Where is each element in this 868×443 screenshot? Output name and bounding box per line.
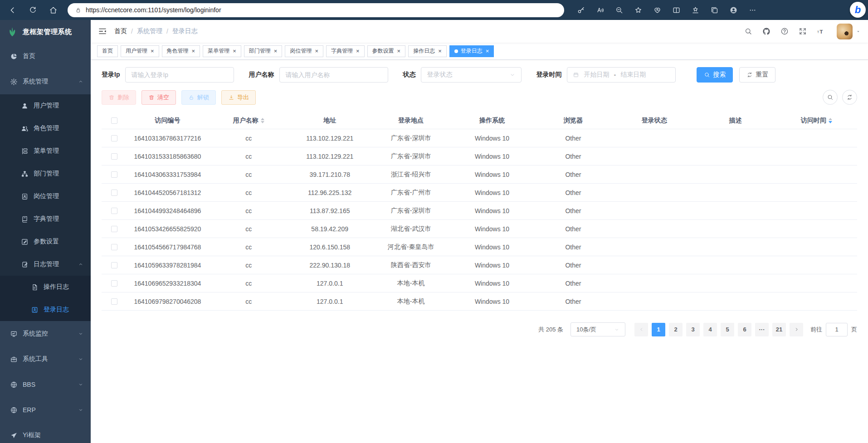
tab-user[interactable]: 用户管理× (121, 45, 159, 57)
row-checkbox[interactable] (111, 262, 117, 268)
row-checkbox[interactable] (111, 280, 117, 287)
goto-page-input[interactable] (826, 323, 848, 336)
column-header[interactable]: 访问时间 (776, 117, 857, 125)
sidebar-toggle-icon[interactable] (98, 27, 107, 36)
login-ip-input[interactable] (125, 67, 234, 83)
tab-close-icon[interactable]: × (151, 48, 154, 54)
sort-caret-icon[interactable] (261, 118, 264, 123)
site-lock-icon (75, 7, 82, 14)
fullscreen-icon[interactable] (799, 27, 807, 35)
help-icon[interactable] (780, 27, 789, 35)
tab-role[interactable]: 角色管理× (162, 45, 200, 57)
sidebar-item-post[interactable]: 岗位管理 (0, 185, 91, 208)
sidebar-item-tools[interactable]: 系统工具 (0, 346, 91, 372)
zoom-out-icon[interactable] (615, 6, 624, 15)
user-name-input[interactable] (279, 67, 388, 83)
page-button-6[interactable]: 6 (738, 323, 751, 336)
sidebar-item-erp[interactable]: ERP (0, 397, 91, 423)
browser-essentials-icon[interactable] (653, 6, 662, 15)
row-checkbox[interactable] (111, 171, 117, 178)
tab-close-icon[interactable]: × (486, 48, 489, 54)
tab-close-icon[interactable]: × (356, 48, 360, 54)
page-button-1[interactable]: 1 (652, 323, 665, 336)
row-checkbox[interactable] (111, 208, 117, 214)
sidebar-item-log[interactable]: 日志管理 (0, 253, 91, 276)
select-all-checkbox[interactable] (111, 117, 117, 124)
tab-oplog[interactable]: 操作日志× (408, 45, 447, 57)
sidebar-item-role[interactable]: 角色管理 (0, 117, 91, 140)
sort-caret-icon[interactable] (829, 118, 832, 123)
sidebar-item-system[interactable]: 系统管理 (0, 69, 91, 94)
row-checkbox[interactable] (111, 226, 117, 232)
row-checkbox[interactable] (111, 135, 117, 141)
password-icon[interactable] (577, 6, 585, 15)
tab-loginlog[interactable]: 登录日志× (449, 45, 494, 57)
tab-menu[interactable]: 菜单管理× (203, 45, 241, 57)
tab-home[interactable]: 首页 (97, 45, 118, 57)
sidebar-item-dept[interactable]: 部门管理 (0, 162, 91, 185)
tab-post[interactable]: 岗位管理× (285, 45, 323, 57)
export-button[interactable]: 导出 (221, 90, 256, 105)
address-bar[interactable]: https://ccnetcore.com:1101/system/log/lo… (68, 3, 564, 17)
page-button-5[interactable]: 5 (721, 323, 734, 336)
github-icon[interactable] (762, 27, 770, 35)
page-button-21[interactable]: 21 (772, 323, 786, 336)
refresh-table-button[interactable] (842, 90, 857, 105)
sidebar-item-monitor[interactable]: 系统监控 (0, 321, 91, 346)
reload-icon[interactable] (29, 6, 37, 15)
sidebar-item-yi[interactable]: Yi框架 (0, 423, 91, 443)
tab-close-icon[interactable]: × (315, 48, 318, 54)
browser-settings-icon[interactable] (748, 6, 757, 15)
header-search-icon[interactable] (744, 27, 752, 35)
sidebar-item-home[interactable]: 首页 (0, 44, 91, 69)
page-button-2[interactable]: 2 (669, 323, 683, 336)
tab-close-icon[interactable]: × (233, 48, 236, 54)
page-button-3[interactable]: 3 (686, 323, 700, 336)
sidebar-item-bbs[interactable]: BBS (0, 372, 91, 397)
tab-dict[interactable]: 字典管理× (326, 45, 365, 57)
row-checkbox[interactable] (111, 298, 117, 305)
tab-dept[interactable]: 部门管理× (244, 45, 283, 57)
sidebar-item-oplog[interactable]: 操作日志 (0, 276, 91, 298)
browser-profile-icon[interactable] (729, 6, 738, 15)
row-checkbox[interactable] (111, 153, 117, 160)
column-header[interactable]: 用户名称 (208, 117, 289, 125)
more-pages-button[interactable]: ··· (755, 323, 769, 336)
back-icon[interactable] (8, 6, 17, 15)
sidebar-item-user[interactable]: 用户管理 (0, 94, 91, 117)
sidebar-item-param[interactable]: 参数设置 (0, 230, 91, 253)
status-select[interactable]: 登录状态 (421, 67, 522, 83)
read-aloud-icon[interactable] (596, 6, 605, 15)
tab-close-icon[interactable]: × (438, 48, 442, 54)
sidebar-item-menu[interactable]: 菜单管理 (0, 140, 91, 162)
reset-button[interactable]: 重置 (739, 67, 775, 83)
clear-button[interactable]: 清空 (141, 90, 176, 105)
unlock-button[interactable]: 解锁 (181, 90, 216, 105)
font-size-icon[interactable]: TT (817, 27, 825, 35)
collections-icon[interactable] (710, 6, 719, 15)
row-checkbox[interactable] (111, 244, 117, 250)
tab-close-icon[interactable]: × (192, 48, 195, 54)
bing-copilot-icon[interactable]: b (850, 2, 866, 18)
tab-close-icon[interactable]: × (397, 48, 401, 54)
breadcrumb-item[interactable]: 首页 (114, 27, 127, 35)
tab-close-icon[interactable]: × (274, 48, 278, 54)
login-time-range[interactable]: 开始日期 - 结束日期 (567, 67, 676, 83)
row-checkbox[interactable] (111, 190, 117, 196)
tab-param[interactable]: 参数设置× (367, 45, 406, 57)
page-size-select[interactable]: 10条/页 (571, 322, 625, 336)
app-logo[interactable]: 意框架管理系统 (0, 20, 91, 44)
toggle-search-button[interactable] (823, 90, 838, 105)
split-screen-icon[interactable] (672, 6, 681, 15)
delete-button[interactable]: 删除 (102, 90, 136, 105)
favorites-icon[interactable] (634, 6, 643, 15)
next-page-button[interactable] (790, 323, 803, 336)
page-button-4[interactable]: 4 (703, 323, 717, 336)
favorites-bar-icon[interactable] (691, 6, 700, 15)
sidebar-item-loginlog[interactable]: 登录日志 (0, 298, 91, 321)
search-button[interactable]: 搜索 (697, 67, 733, 83)
home-icon[interactable] (49, 6, 58, 15)
user-menu[interactable] (837, 24, 861, 39)
prev-page-button[interactable] (634, 323, 648, 336)
sidebar-item-dict[interactable]: 字典管理 (0, 208, 91, 230)
